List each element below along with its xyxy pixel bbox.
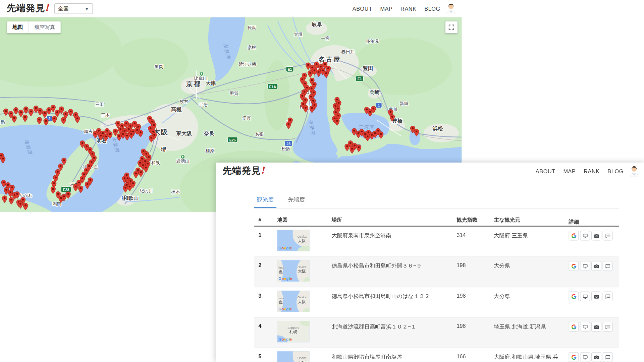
region-select[interactable]: 全国 ▼ bbox=[54, 3, 93, 14]
google-g-icon bbox=[571, 233, 576, 238]
map-type-map-button[interactable]: 地図 bbox=[7, 21, 29, 34]
tab-tourism-degree[interactable]: 観光度 bbox=[254, 194, 276, 208]
chat-icon bbox=[605, 263, 610, 269]
nav-rank[interactable]: RANK bbox=[400, 6, 417, 12]
place-name: 徳島県小松島市和田島町山のはな１２２ bbox=[332, 287, 457, 317]
nav-blog[interactable]: BLOG bbox=[424, 6, 440, 12]
tab-sentan-degree[interactable]: 先端度 bbox=[285, 194, 307, 208]
google-logo: Google bbox=[278, 338, 292, 342]
camera-icon bbox=[594, 294, 599, 299]
map-city-label: 東大阪 bbox=[176, 130, 192, 136]
map-city-label: 甲賀 bbox=[230, 91, 238, 96]
map-city-label: 松阪 bbox=[281, 146, 290, 151]
thumb-left-label: hima島 bbox=[278, 297, 284, 305]
map-city-label: 岡崎 bbox=[370, 89, 380, 95]
map-thumbnail[interactable]: Osaka大阪 Google bbox=[277, 351, 310, 362]
streetview-button[interactable] bbox=[580, 322, 590, 331]
table-row[interactable]: 4 Sapporo札幌 Google 北海道沙流郡日高町富浜１０２−１ 198 … bbox=[254, 318, 619, 348]
nav-about[interactable]: ABOUT bbox=[353, 6, 372, 12]
map-thumbnail[interactable]: hima島 Osaka大阪 Google bbox=[277, 291, 310, 312]
map-city-label: 堺 bbox=[161, 146, 166, 152]
fullscreen-button[interactable] bbox=[445, 21, 458, 34]
photos-button[interactable] bbox=[591, 231, 601, 240]
table-row[interactable]: 5 Osaka大阪 Google 和歌山県御坊市塩屋町南塩屋 166 大阪府,和… bbox=[254, 348, 619, 362]
rank-table-header: # 地図 場所 観光指数 主な観光元 詳細 bbox=[254, 214, 619, 227]
map-city-label: 比叡山 bbox=[194, 76, 207, 81]
streetview-button[interactable] bbox=[580, 352, 590, 362]
google-search-button[interactable] bbox=[569, 322, 579, 331]
col-detail: 詳細 bbox=[569, 215, 619, 226]
comments-button[interactable] bbox=[603, 352, 613, 362]
map-thumbnail[interactable]: hima島 Osaka大阪 Google bbox=[277, 260, 310, 282]
map-city-label: 近江八幡 bbox=[239, 62, 256, 67]
map-type-satellite-button[interactable]: 航空写真 bbox=[29, 21, 61, 34]
map-city-label: 春日井 bbox=[341, 49, 355, 54]
row-actions bbox=[569, 227, 619, 256]
map-city-label: 三木 bbox=[101, 113, 110, 118]
route-shield: E25 bbox=[227, 137, 237, 142]
user-avatar[interactable] bbox=[446, 3, 456, 14]
map-water-label: 三河湾 bbox=[358, 125, 375, 130]
comments-button[interactable] bbox=[603, 291, 613, 301]
streetview-button[interactable] bbox=[580, 291, 590, 301]
park-marker[interactable] bbox=[181, 155, 185, 159]
top-nav: ABOUT MAP RANK BLOG bbox=[353, 0, 440, 17]
table-row[interactable]: 2 hima島 Osaka大阪 Google 徳島県小松島市和田島町外開３６−９… bbox=[254, 257, 619, 288]
thumb-left-label: hima島 bbox=[278, 266, 284, 275]
nav-rank[interactable]: RANK bbox=[584, 168, 600, 174]
map-city-label: 伊賀 bbox=[242, 115, 251, 120]
map-city-label: 岐阜 bbox=[311, 21, 322, 27]
monitor-icon bbox=[582, 233, 588, 238]
site-logo[interactable]: 先端発見! bbox=[7, 2, 50, 14]
google-g-icon bbox=[571, 263, 576, 269]
site-logo[interactable]: 先端発見! bbox=[222, 165, 266, 177]
svg-text:2: 2 bbox=[48, 117, 50, 121]
chat-icon bbox=[605, 233, 610, 238]
tourism-sources: 大分県 bbox=[494, 287, 569, 317]
nav-about[interactable]: ABOUT bbox=[536, 168, 555, 174]
col-place: 場所 bbox=[332, 217, 457, 224]
google-search-button[interactable] bbox=[569, 352, 579, 362]
map-thumbnail[interactable]: Sapporo札幌 Google bbox=[277, 321, 310, 343]
nav-blog[interactable]: BLOG bbox=[607, 168, 624, 174]
chevron-down-icon: ▼ bbox=[85, 6, 89, 11]
map-city-label: 名張 bbox=[255, 132, 264, 137]
streetview-button[interactable] bbox=[580, 261, 590, 271]
streetview-button[interactable] bbox=[580, 231, 590, 240]
camera-icon bbox=[594, 324, 599, 329]
svg-text:23: 23 bbox=[286, 142, 290, 146]
google-search-button[interactable] bbox=[569, 261, 579, 271]
nav-map[interactable]: MAP bbox=[380, 6, 392, 12]
col-sources: 主な観光元 bbox=[494, 216, 569, 224]
map-thumbnail[interactable]: Osaka大阪 Google bbox=[277, 230, 310, 251]
rank-window: 先端発見! ABOUT MAP RANK BLOG 観光度 先端度 # 地図 場… bbox=[216, 163, 644, 362]
map-city-label: 彦根 bbox=[247, 45, 256, 50]
comments-button[interactable] bbox=[603, 322, 613, 331]
photos-button[interactable] bbox=[591, 322, 601, 331]
page: 先端発見! 全国 ▼ ABOUT MAP RANK BLOG bbox=[0, 0, 644, 362]
monitor-icon bbox=[582, 263, 588, 269]
map-city-label: 和歌山 bbox=[123, 195, 139, 201]
user-avatar[interactable] bbox=[629, 165, 639, 176]
top-nav: ABOUT MAP RANK BLOG bbox=[536, 163, 624, 180]
comments-button[interactable] bbox=[603, 231, 613, 240]
google-g-icon bbox=[571, 294, 576, 299]
map-window-header: 先端発見! 全国 ▼ ABOUT MAP RANK BLOG bbox=[0, 0, 462, 17]
park-marker[interactable] bbox=[200, 72, 204, 76]
rank-window-header: 先端発見! ABOUT MAP RANK BLOG bbox=[216, 163, 644, 180]
table-row[interactable]: 1 Osaka大阪 Google 大阪府泉南市泉州空港南 314 大阪府,三重県 bbox=[254, 227, 619, 257]
google-search-button[interactable] bbox=[569, 291, 579, 301]
google-logo: Google bbox=[278, 277, 292, 281]
comments-button[interactable] bbox=[603, 261, 613, 271]
nav-map[interactable]: MAP bbox=[563, 168, 576, 174]
photos-button[interactable] bbox=[591, 352, 601, 362]
map-city-label: 枚方 bbox=[179, 99, 188, 104]
map-city-label: 京都 bbox=[186, 80, 201, 87]
photos-button[interactable] bbox=[591, 261, 601, 271]
map-city-label: 豊田 bbox=[363, 66, 373, 71]
google-search-button[interactable] bbox=[569, 231, 579, 240]
tourism-index: 166 bbox=[457, 348, 494, 362]
table-row[interactable]: 3 hima島 Osaka大阪 Google 徳島県小松島市和田島町山のはな１２… bbox=[254, 287, 619, 318]
tourism-index: 314 bbox=[457, 227, 494, 256]
photos-button[interactable] bbox=[591, 291, 601, 301]
